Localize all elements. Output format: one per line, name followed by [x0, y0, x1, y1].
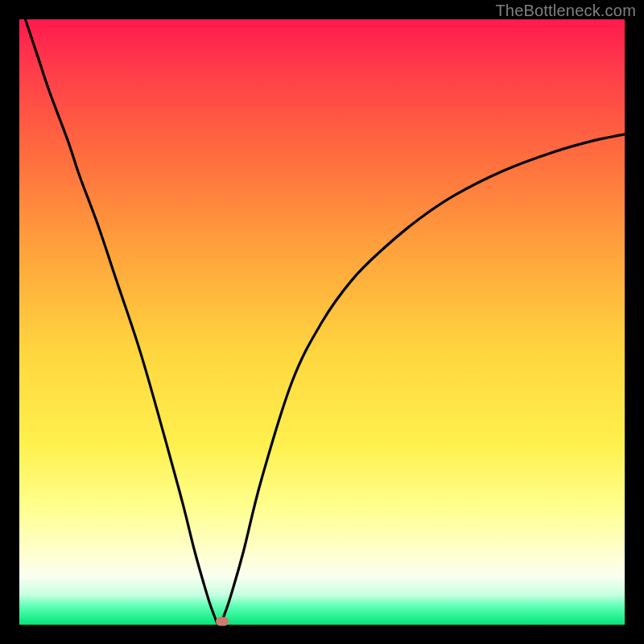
optimal-point-marker	[216, 617, 229, 626]
watermark-text: TheBottleneck.com	[495, 2, 636, 20]
chart-plot-area	[19, 19, 625, 625]
bottleneck-curve	[19, 19, 625, 625]
